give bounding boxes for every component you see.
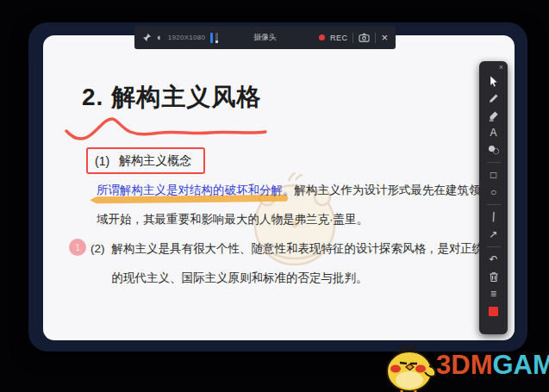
paragraph-1-line1: 解构主义作为设计形式最先在建筑领 bbox=[295, 184, 481, 196]
text-tool[interactable]: A bbox=[483, 125, 504, 140]
annotation-toolbar: × A □ ○ / ↗ ↶ ≡ bbox=[479, 61, 508, 334]
arrow-tool[interactable]: ↗ bbox=[483, 227, 504, 242]
rec-label: REC bbox=[330, 34, 348, 42]
panel-close-icon[interactable]: × bbox=[497, 62, 505, 73]
cursor-tool[interactable] bbox=[483, 73, 504, 89]
audio-level-meters bbox=[210, 33, 218, 43]
3dm-mascot-icon bbox=[381, 343, 440, 392]
rec-indicator-dot bbox=[319, 34, 325, 40]
line-tool[interactable]: / bbox=[483, 209, 504, 225]
presentation-window: 2. 解构主义风格 (1) 解构主义概念 所谓解构主义是对结构的破坏和分解。解构… bbox=[28, 22, 527, 352]
section-heading-box: (1) 解构主义概念 bbox=[86, 147, 205, 174]
brand-game: GAME bbox=[492, 350, 549, 380]
system-level-bar bbox=[215, 33, 218, 43]
menu-tool[interactable]: ≡ bbox=[483, 286, 504, 302]
marker-tool[interactable] bbox=[483, 108, 504, 123]
3dmgame-watermark: 3DMGAME bbox=[379, 342, 549, 392]
ellipse-tool[interactable]: ○ bbox=[483, 184, 504, 200]
stop-color-swatch[interactable] bbox=[483, 303, 504, 319]
recording-toolbar: ◐ 1920X1080 摄像头 REC × bbox=[134, 26, 396, 49]
slide-canvas: 2. 解构主义风格 (1) 解构主义概念 所谓解构主义是对结构的破坏和分解。解构… bbox=[43, 35, 515, 340]
pen-tool[interactable] bbox=[483, 90, 504, 106]
paragraph-1-line2: 域开始，其最重要和影响最大的人物是弗兰克·盖里。 bbox=[97, 213, 368, 226]
brand-text: 3DMGAME bbox=[436, 350, 549, 381]
pin-icon[interactable] bbox=[142, 33, 152, 42]
slide-title: 2. 解构主义风格 bbox=[82, 81, 261, 114]
camera-source-label: 摄像头 bbox=[253, 32, 277, 43]
paragraph-2: (2) 解构主义是具有很大个性、随意性和表现特征的设计探索风格，是对正统 的现代… bbox=[90, 234, 484, 293]
paragraph-1: 所谓解构主义是对结构的破坏和分解。解构主义作为设计形式最先在建筑领 域开始，其最… bbox=[97, 176, 481, 234]
resolution-label: 1920X1080 bbox=[168, 34, 206, 41]
toolbar-divider bbox=[352, 33, 353, 43]
contrast-icon[interactable]: ◐ bbox=[157, 33, 163, 42]
toolbar-divider bbox=[487, 204, 501, 205]
trash-tool[interactable] bbox=[483, 269, 504, 284]
toolbar-divider bbox=[375, 33, 376, 43]
section-heading-number: (1) bbox=[95, 154, 109, 168]
undo-tool[interactable]: ↶ bbox=[483, 252, 504, 267]
mic-level-bar bbox=[210, 33, 213, 43]
brand-3dm: 3DM bbox=[436, 350, 492, 380]
screen: 2. 解构主义风格 (1) 解构主义概念 所谓解构主义是对结构的破坏和分解。解构… bbox=[0, 0, 549, 392]
toolbar-divider bbox=[487, 246, 501, 247]
paragraph-2-number: (2) bbox=[90, 234, 105, 293]
number-stamp-tool[interactable] bbox=[483, 142, 504, 158]
rectangle-tool[interactable]: □ bbox=[483, 167, 504, 183]
paragraph-2-text: 解构主义是具有很大个性、随意性和表现特征的设计探索风格，是对正统 的现代主义、国… bbox=[112, 234, 484, 293]
close-icon[interactable]: × bbox=[381, 32, 388, 43]
toolbar-divider bbox=[487, 162, 501, 163]
number-stamp-annotation: 1 bbox=[69, 239, 86, 256]
red-wavy-underline bbox=[62, 116, 273, 146]
section-heading-text: 解构主义概念 bbox=[119, 153, 191, 169]
screenshot-camera-icon[interactable] bbox=[359, 33, 370, 42]
paragraph-1-highlighted-phrase: 所谓解构主义是对结构的破坏和分解。 bbox=[97, 184, 295, 196]
